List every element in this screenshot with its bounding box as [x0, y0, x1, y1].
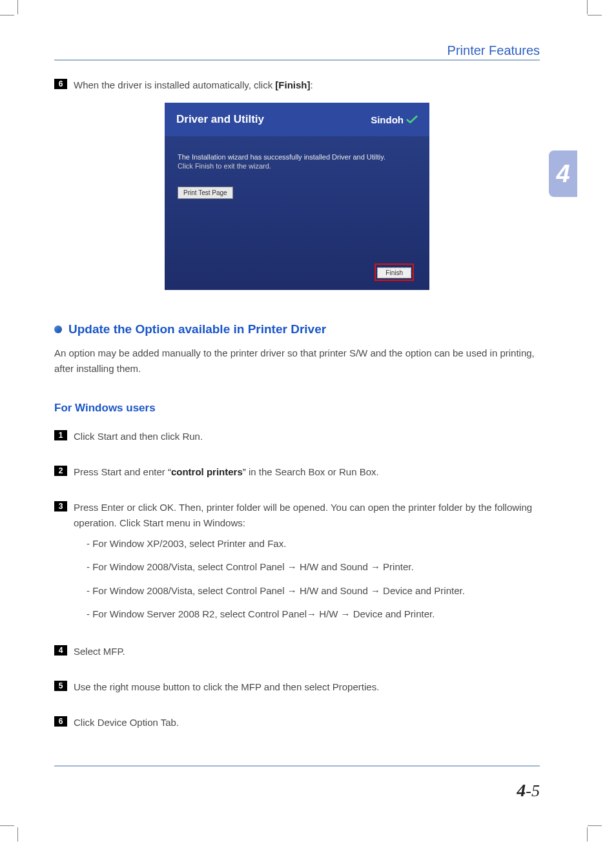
step-body: Press Start and enter “control printers”…	[74, 464, 540, 479]
step-6-top: 6 When the driver is installed automatic…	[54, 77, 540, 92]
installer-msg2: Click Finish to exit the wizard.	[178, 162, 416, 170]
page-number: 4-5	[517, 780, 540, 801]
finish-highlight: Finish	[375, 263, 414, 281]
step-num-badge: 6	[54, 79, 67, 89]
chapter-tab: 4	[549, 150, 577, 197]
installer-screenshot: Driver and Utiltiy Sindoh The Installati…	[54, 103, 540, 290]
step-num-badge: 2	[54, 466, 67, 476]
section-title: Update the Option available in Printer D…	[68, 322, 326, 336]
installer-msg1: The Installation wizard has successfully…	[178, 153, 416, 161]
step-body: Select MFP.	[74, 644, 540, 659]
list-item: For Window Server 2008 R2, select Contro…	[87, 607, 540, 622]
subheading: For Windows users	[54, 402, 540, 415]
header-title: Printer Features	[447, 43, 540, 58]
step-6: 6 Click Device Option Tab.	[54, 715, 540, 730]
step-1: 1 Click Start and then click Run.	[54, 429, 540, 444]
step-num-badge: 4	[54, 645, 67, 656]
rule-bottom	[54, 765, 540, 767]
step-num-badge: 3	[54, 501, 67, 511]
finish-button[interactable]: Finish	[377, 267, 411, 278]
section-paragraph: An option may be added manually to the p…	[54, 346, 540, 376]
step-body: Press Enter or click OK. Then, printer f…	[74, 500, 540, 631]
chapter-number: 4	[556, 160, 570, 188]
step-body: Click Start and then click Run.	[74, 429, 540, 444]
step-num-badge: 6	[54, 716, 67, 727]
step-body: When the driver is installed automatical…	[74, 77, 540, 92]
list-item: For Window XP/2003, select Printer and F…	[87, 537, 540, 552]
step-num-badge: 5	[54, 681, 67, 691]
step-body: Click Device Option Tab.	[74, 715, 540, 730]
step-2: 2 Press Start and enter “control printer…	[54, 464, 540, 479]
step-5: 5 Use the right mouse button to click th…	[54, 679, 540, 694]
installer-title: Driver and Utiltiy	[176, 113, 264, 126]
step-num-badge: 1	[54, 430, 67, 440]
rule-top	[54, 59, 540, 61]
sub-list: For Window XP/2003, select Printer and F…	[87, 537, 540, 622]
section-heading: Update the Option available in Printer D…	[54, 322, 540, 336]
step-4: 4 Select MFP.	[54, 644, 540, 659]
step-body: Use the right mouse button to click the …	[74, 679, 540, 694]
print-test-button[interactable]: Print Test Page	[178, 187, 233, 199]
bullet-icon	[54, 325, 62, 333]
list-item: For Window 2008/Vista, select Control Pa…	[87, 560, 540, 575]
list-item: For Window 2008/Vista, select Control Pa…	[87, 584, 540, 599]
brand-check-icon	[406, 115, 418, 124]
step-3: 3 Press Enter or click OK. Then, printer…	[54, 500, 540, 631]
installer-brand: Sindoh	[371, 114, 418, 125]
